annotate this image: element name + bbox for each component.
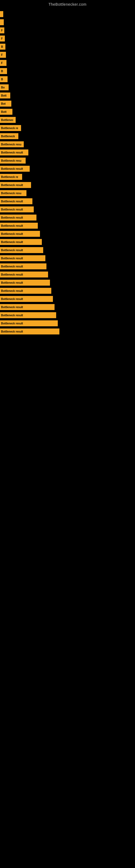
bar-item: Bottleneck result (0, 320, 58, 326)
bar-row: B (0, 67, 135, 75)
bar-item: Bottleneck result (0, 223, 38, 229)
bar-row: Bottleneck result (0, 214, 135, 221)
bar-item: Bottleneck result (0, 288, 51, 294)
bar-label: Bottleneck (1, 135, 15, 138)
bar-label: Bottleneck result (1, 306, 23, 309)
bar-label: Bottleneck result (1, 208, 23, 211)
bar-row: Bottleneck result (0, 271, 135, 278)
bar-row: Bottleneck (0, 132, 135, 140)
bar-item: Bottleneck (0, 133, 18, 139)
bar-item: Bottleneck result (0, 329, 59, 335)
bar-row: Bottleneck result (0, 303, 135, 311)
bar-label: Bottleneck resu (1, 159, 21, 162)
bar-item: Bottleneck result (0, 239, 42, 245)
bar-row: Bottlenec (0, 116, 135, 124)
bar-item: Bottleneck result (0, 207, 34, 212)
bar-item: F (0, 27, 4, 33)
bar-label: Bottleneck result (1, 167, 23, 170)
bar-item: Bottleneck result (0, 280, 50, 286)
bar-row: Bottleneck result (0, 319, 135, 327)
bar-label: Bottleneck result (1, 298, 23, 301)
site-title: TheBottlenecker.com (0, 0, 135, 8)
bar-item: Bottleneck result (0, 272, 48, 278)
bar-row: Bottleneck result (0, 246, 135, 254)
bar-label: Bott (1, 111, 6, 113)
bar-item (0, 19, 4, 25)
bar-row: Bottleneck result (0, 311, 135, 319)
bar-label: Bottleneck result (1, 314, 23, 317)
bar-item: Bottlenec (0, 117, 16, 123)
bar-item: Bottleneck resu (0, 190, 27, 196)
bar-label: Bottleneck result (1, 289, 23, 292)
bar-row (0, 10, 135, 18)
bar-item: Bo (0, 84, 9, 90)
bar-row: Bo (0, 84, 135, 91)
bar-item: Bottleneck result (0, 312, 56, 318)
bar-item: Bottleneck result (0, 296, 53, 302)
bar-item: B (0, 76, 8, 82)
bar-label: Bott (1, 94, 6, 97)
bar-label: Bottlenec (1, 119, 13, 122)
bar-row: Bottleneck result (0, 328, 135, 335)
bar-label: Bottleneck result (1, 265, 23, 268)
bar-row: Bottleneck resu (0, 189, 135, 197)
bar-label: Bottleneck result (1, 232, 23, 236)
bar-row: Bot (0, 100, 135, 107)
bar-item (0, 11, 3, 17)
bar-item: B (0, 44, 5, 50)
bar-row (0, 19, 135, 26)
bar-row: Bottleneck re (0, 173, 135, 181)
bar-row: Bottleneck re (0, 124, 135, 132)
bar-row: Bottleneck result (0, 295, 135, 303)
bar-label: Bottleneck re (1, 176, 18, 179)
bar-label: Bottleneck result (1, 273, 23, 276)
bar-row: Bott (0, 92, 135, 99)
bar-row: B (0, 75, 135, 83)
bar-item: Bott (0, 93, 10, 98)
bar-item: Bottleneck result (0, 264, 46, 269)
bar-row: F (0, 59, 135, 67)
bar-item: Bottleneck result (0, 150, 28, 155)
bar-row: Bottleneck result (0, 254, 135, 262)
bar-row: Bottleneck result (0, 206, 135, 213)
bar-row: Bottleneck result (0, 262, 135, 270)
bar-label: B (1, 70, 3, 73)
bar-row: Bott (0, 108, 135, 116)
bar-item: Bottleneck result (0, 198, 32, 204)
bar-item: Bottleneck result (0, 304, 54, 310)
bar-row: Bottleneck result (0, 197, 135, 205)
bar-row: Bottleneck result (0, 149, 135, 156)
bar-row: Bottleneck resu (0, 157, 135, 164)
bar-row: Bottleneck result (0, 287, 135, 294)
bar-label: F (1, 62, 3, 65)
bar-label: Bottleneck result (1, 216, 23, 219)
bar-item: Bot (0, 101, 11, 106)
bar-item: Bottleneck result (0, 215, 37, 220)
bar-item: F (0, 35, 5, 41)
bar-item: Bottleneck re (0, 125, 21, 131)
bar-item: Bottleneck result (0, 231, 40, 237)
bar-row: Bottleneck result (0, 181, 135, 189)
bars-container: FFBFFBBBoBottBotBottBottlenecBottleneck … (0, 8, 135, 336)
bar-label: Bottleneck result (1, 249, 23, 252)
bar-row: F (0, 35, 135, 42)
bar-row: Bottleneck result (0, 222, 135, 229)
bar-item: F (0, 52, 6, 58)
bar-item: Bottleneck result (0, 166, 30, 172)
bar-label: Bottleneck result (1, 241, 23, 244)
bar-label: Bottleneck result (1, 184, 23, 187)
bar-label: Bottleneck result (1, 224, 23, 227)
bar-label: Bottleneck result (1, 322, 23, 325)
bar-label: F (1, 37, 3, 40)
bar-label: Bottleneck result (1, 257, 23, 260)
bar-item: F (0, 60, 6, 66)
bar-label: B (1, 45, 3, 48)
bar-row: B (0, 43, 135, 51)
bar-item: Bottleneck re (0, 174, 22, 180)
bar-label: B (1, 78, 3, 81)
bar-label: F (1, 29, 3, 32)
bar-label: Bottleneck resu (1, 192, 21, 195)
bar-label: Bot (1, 102, 6, 105)
bar-label: F (1, 54, 3, 56)
bar-row: Bottleneck result (0, 165, 135, 173)
